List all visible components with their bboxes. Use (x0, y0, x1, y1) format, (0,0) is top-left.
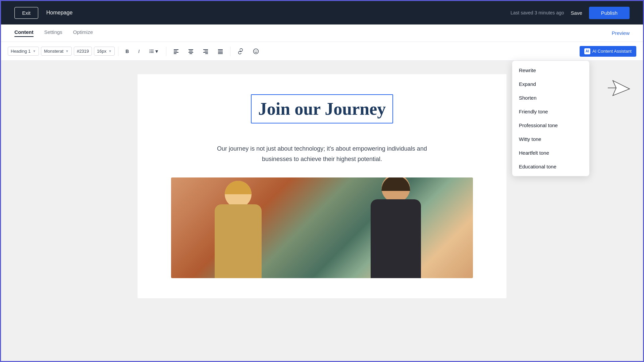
svg-rect-8 (174, 52, 178, 53)
publish-button[interactable]: Publish (589, 7, 630, 19)
svg-rect-16 (203, 52, 208, 53)
font-size-value: 16px (97, 49, 106, 54)
tab-content[interactable]: Content (14, 29, 34, 37)
heading-block[interactable]: Join our Journey (251, 94, 393, 123)
last-saved-text: Last saved 3 minutes ago (511, 10, 564, 15)
ai-dropdown: Rewrite Expand Shorten Friendly tone Pro… (512, 61, 589, 176)
svg-rect-14 (203, 49, 208, 50)
heading-type-value: Heading 1 (11, 49, 31, 54)
dropdown-item-educational-tone[interactable]: Educational tone (512, 160, 589, 173)
link-icon (237, 48, 244, 54)
body-text: Our journey is not just about technology… (205, 144, 439, 164)
font-family-select[interactable]: Monsterat ▼ (41, 47, 72, 56)
svg-rect-2 (150, 52, 154, 53)
emoji-button[interactable] (249, 46, 263, 56)
svg-rect-1 (150, 51, 154, 52)
svg-point-23 (255, 50, 256, 51)
font-size-select[interactable]: 16px ▼ (94, 47, 115, 56)
page-name: Homepage (46, 10, 72, 16)
chevron-down-icon: ▼ (33, 49, 36, 53)
svg-rect-18 (218, 49, 223, 50)
svg-rect-3 (149, 50, 150, 50)
top-nav-left: Exit Homepage (14, 7, 72, 19)
align-left-icon (173, 49, 179, 54)
align-center-button[interactable] (184, 47, 197, 56)
list-icon (149, 49, 154, 54)
svg-rect-0 (150, 50, 154, 50)
align-left-button[interactable] (170, 47, 182, 56)
dropdown-item-witty-tone[interactable]: Witty tone (512, 132, 589, 146)
svg-rect-4 (149, 51, 150, 52)
emoji-icon (253, 48, 259, 54)
chevron-down-icon: ▼ (108, 49, 112, 53)
editor-area: Join our Journey Our journey is not just… (138, 74, 506, 298)
color-picker[interactable]: #2319 (74, 47, 92, 56)
toolbar-divider (118, 47, 118, 56)
toolbar: Heading 1 ▼ Monsterat ▼ #2319 16px ▼ B I (1, 42, 643, 61)
font-family-value: Monsterat (44, 49, 63, 54)
dropdown-item-expand[interactable]: Expand (512, 77, 589, 91)
svg-rect-19 (218, 51, 223, 51)
list-button[interactable]: ▼ (145, 47, 163, 56)
secondary-nav: Content Settings Optimize Preview (1, 24, 643, 42)
italic-button[interactable]: I (135, 47, 143, 56)
svg-rect-9 (174, 53, 176, 54)
ai-button-label: AI Content Assistant (592, 49, 632, 54)
tab-settings[interactable]: Settings (44, 29, 62, 37)
toolbar-wrapper: Heading 1 ▼ Monsterat ▼ #2319 16px ▼ B I (1, 42, 643, 61)
toolbar-divider (166, 47, 166, 56)
align-right-icon (203, 49, 208, 54)
svg-rect-21 (218, 53, 223, 54)
toolbar-divider (230, 47, 230, 56)
dropdown-item-heartfelt-tone[interactable]: Heartfelt tone (512, 146, 589, 160)
svg-rect-10 (189, 49, 193, 50)
dropdown-item-professional-tone[interactable]: Professional tone (512, 118, 589, 132)
main-heading: Join our Journey (258, 99, 386, 119)
svg-rect-20 (218, 52, 223, 53)
chevron-down-icon: ▼ (154, 49, 159, 54)
svg-point-22 (254, 49, 259, 54)
svg-rect-5 (149, 52, 150, 53)
svg-rect-11 (189, 51, 193, 51)
svg-rect-7 (174, 51, 177, 51)
top-nav: Exit Homepage Last saved 3 minutes ago S… (1, 1, 643, 24)
ai-content-assistant-button[interactable]: AI AI Content Assistant (580, 46, 636, 57)
svg-rect-17 (205, 53, 208, 54)
justify-icon (218, 49, 223, 54)
align-center-icon (188, 49, 194, 54)
link-button[interactable] (234, 46, 247, 56)
hero-image (171, 177, 473, 278)
preview-button[interactable]: Preview (612, 30, 630, 36)
svg-rect-6 (174, 49, 178, 50)
svg-rect-15 (205, 51, 208, 51)
svg-point-24 (257, 50, 257, 51)
dropdown-item-friendly-tone[interactable]: Friendly tone (512, 105, 589, 118)
bold-button[interactable]: B (122, 47, 132, 56)
exit-button[interactable]: Exit (14, 7, 38, 19)
svg-rect-12 (189, 52, 193, 53)
align-right-button[interactable] (199, 47, 212, 56)
chevron-down-icon: ▼ (65, 49, 69, 53)
color-value: #2319 (77, 49, 89, 54)
justify-button[interactable] (214, 47, 227, 56)
svg-rect-13 (190, 53, 192, 54)
top-nav-right: Last saved 3 minutes ago Save Publish (511, 7, 630, 19)
tab-optimize[interactable]: Optimize (73, 29, 93, 37)
nav-tabs: Content Settings Optimize (14, 29, 93, 37)
save-button[interactable]: Save (571, 10, 582, 16)
ai-icon: AI (584, 48, 590, 54)
dropdown-item-shorten[interactable]: Shorten (512, 91, 589, 105)
dropdown-item-rewrite[interactable]: Rewrite (512, 63, 589, 77)
heading-type-select[interactable]: Heading 1 ▼ (8, 47, 39, 56)
